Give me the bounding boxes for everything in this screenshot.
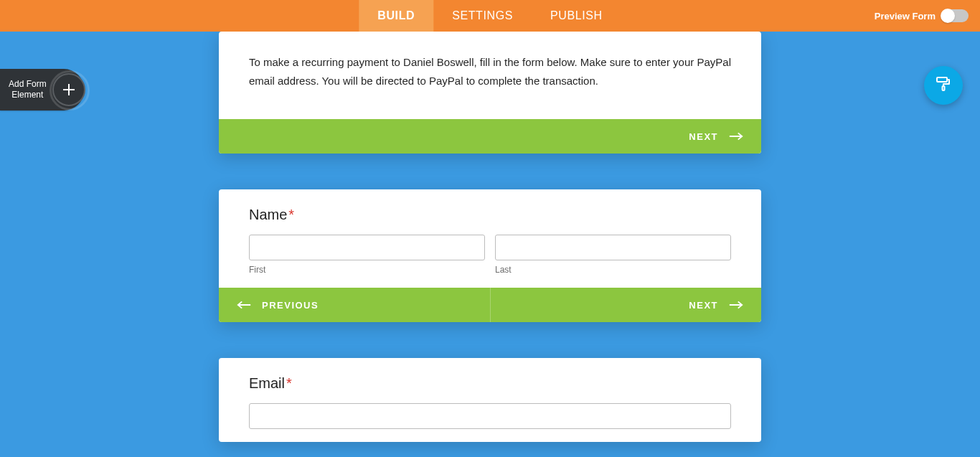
plus-icon (52, 73, 85, 106)
paint-roller-icon (935, 75, 952, 95)
first-name-col: First (249, 235, 485, 275)
tab-label: BUILD (377, 9, 415, 22)
toggle-knob (941, 9, 955, 23)
add-form-element-label: Add Form Element (9, 79, 52, 100)
preview-form-control: Preview Form (875, 0, 980, 32)
last-name-col: Last (495, 235, 731, 275)
card-intro[interactable]: To make a recurring payment to Daniel Bo… (219, 32, 761, 154)
intro-text: To make a recurring payment to Daniel Bo… (219, 32, 761, 119)
previous-label: PREVIOUS (262, 300, 319, 311)
arrow-right-icon (728, 300, 744, 310)
last-name-sublabel: Last (495, 265, 731, 275)
name-field-block: Name* First Last (219, 189, 761, 288)
name-label-text: Name (249, 207, 287, 222)
form-canvas: To make a recurring payment to Daniel Bo… (0, 0, 980, 442)
next-label: NEXT (689, 131, 718, 142)
tab-label: PUBLISH (550, 9, 603, 22)
email-label-text: Email (249, 375, 285, 391)
arrow-right-icon (728, 131, 744, 141)
card-email[interactable]: Email* (219, 358, 761, 442)
top-nav: BUILD SETTINGS PUBLISH Preview Form (0, 0, 980, 32)
nav-tabs: BUILD SETTINGS PUBLISH (359, 0, 621, 32)
arrow-left-icon (236, 300, 252, 310)
add-label-line1: Add Form (9, 79, 47, 89)
name-label: Name* (249, 207, 731, 223)
required-asterisk: * (286, 375, 292, 391)
tab-settings[interactable]: SETTINGS (433, 0, 532, 32)
previous-button[interactable]: PREVIOUS (219, 288, 491, 322)
next-button[interactable]: NEXT (491, 288, 762, 322)
tab-build[interactable]: BUILD (359, 0, 433, 32)
first-name-input[interactable] (249, 235, 485, 260)
required-asterisk: * (288, 207, 294, 222)
card-name-footer: PREVIOUS NEXT (219, 288, 761, 322)
add-label-line2: Element (11, 90, 43, 100)
svg-rect-0 (937, 77, 947, 82)
email-label: Email* (249, 375, 731, 392)
first-name-sublabel: First (249, 265, 485, 275)
last-name-input[interactable] (495, 235, 731, 260)
email-input[interactable] (249, 403, 731, 429)
form-designer-button[interactable] (924, 66, 963, 105)
tab-publish[interactable]: PUBLISH (532, 0, 621, 32)
add-form-element-button[interactable]: Add Form Element (0, 69, 84, 110)
next-label: NEXT (689, 300, 718, 311)
preview-form-label: Preview Form (875, 11, 936, 22)
preview-form-toggle[interactable] (941, 9, 969, 22)
card-name[interactable]: Name* First Last PREVIOUS (219, 189, 761, 322)
svg-rect-1 (943, 86, 945, 90)
next-button[interactable]: NEXT (219, 119, 761, 154)
tab-label: SETTINGS (452, 9, 513, 22)
name-inputs-row: First Last (249, 235, 731, 275)
card-intro-footer: NEXT (219, 119, 761, 154)
email-field-block: Email* (219, 358, 761, 442)
